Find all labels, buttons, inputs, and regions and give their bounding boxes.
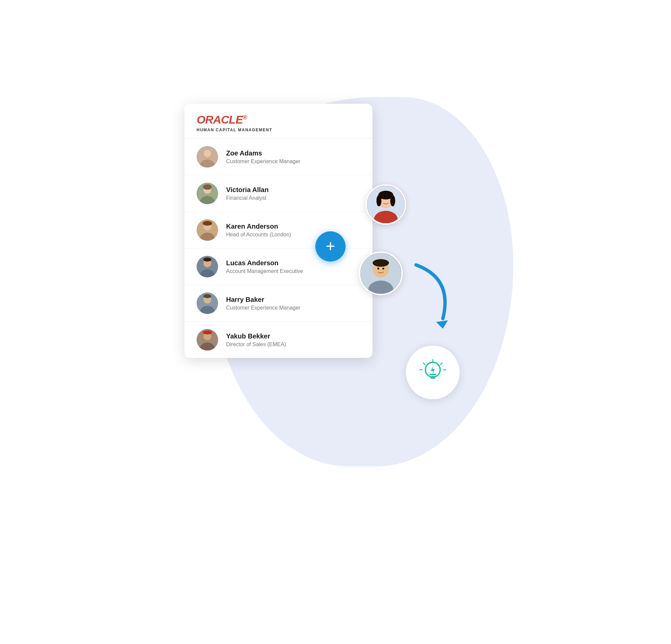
- employee-info: Victoria Allan Financial Analyst: [226, 186, 269, 201]
- svg-point-23: [203, 294, 211, 298]
- oracle-logo: ORACLE® HUMAN CAPITAL MANAGEMENT: [197, 113, 360, 132]
- avatar-yakub-svg: [197, 329, 218, 350]
- employee-title: Customer Experience Manager: [226, 305, 300, 311]
- curved-arrow-svg: [409, 258, 463, 332]
- svg-point-28: [203, 331, 212, 334]
- avatar: [197, 219, 218, 241]
- avatar-lucas-svg: [197, 256, 218, 277]
- lightbulb-svg: [416, 356, 450, 389]
- avatar-harry-svg: [197, 293, 218, 314]
- employee-name: Yakub Bekker: [226, 332, 286, 340]
- oracle-brand-text: ORACLE®: [197, 113, 360, 126]
- list-item[interactable]: Victoria Allan Financial Analyst: [185, 175, 372, 212]
- avatar-karen-svg: [197, 219, 218, 241]
- svg-point-13: [203, 221, 212, 226]
- avatar: [197, 329, 218, 350]
- employee-info: Lucas Anderson Account Management Execut…: [226, 259, 303, 274]
- employee-title: Financial Analyst: [226, 195, 269, 201]
- svg-line-47: [423, 363, 425, 364]
- employee-title: Account Management Executive: [226, 268, 303, 274]
- svg-rect-45: [430, 377, 435, 379]
- float-avatar-man-svg: [360, 251, 401, 295]
- svg-point-8: [203, 184, 212, 190]
- employee-title: Head of Accounts (London): [226, 232, 291, 238]
- employee-info: Harry Baker Customer Experience Manager: [226, 296, 300, 311]
- arrow-container: [409, 258, 463, 333]
- plus-icon: +: [326, 238, 335, 254]
- lightbulb-circle: [406, 346, 460, 399]
- float-avatar-woman: [366, 184, 406, 225]
- employee-name: Karen Anderson: [226, 223, 291, 230]
- card-header: ORACLE® HUMAN CAPITAL MANAGEMENT: [185, 104, 372, 139]
- svg-line-48: [441, 363, 442, 364]
- employee-name: Zoe Adams: [226, 149, 300, 157]
- employee-name: Harry Baker: [226, 296, 300, 304]
- oracle-subtitle: HUMAN CAPITAL MANAGEMENT: [197, 127, 360, 132]
- svg-point-34: [390, 195, 395, 207]
- employee-info: Yakub Bekker Director of Sales (EMEA): [226, 332, 286, 347]
- svg-point-18: [203, 258, 211, 262]
- svg-point-33: [377, 195, 381, 207]
- employee-info: Karen Anderson Head of Accounts (London): [226, 223, 291, 238]
- list-item[interactable]: Zoe Adams Customer Experience Manager: [185, 139, 372, 175]
- avatar: [197, 293, 218, 314]
- avatar: [197, 183, 218, 204]
- employee-info: Zoe Adams Customer Experience Manager: [226, 149, 300, 164]
- employee-title: Director of Sales (EMEA): [226, 342, 286, 347]
- avatar-victoria-svg: [197, 183, 218, 204]
- float-avatar-woman-svg: [367, 184, 405, 225]
- list-item[interactable]: Harry Baker Customer Experience Manager: [185, 285, 372, 322]
- float-avatar-man: [359, 251, 403, 295]
- svg-point-39: [377, 268, 379, 270]
- list-item[interactable]: Lucas Anderson Account Management Execut…: [185, 248, 372, 285]
- main-scene: ORACLE® HUMAN CAPITAL MANAGEMENT Zoe Ad: [151, 70, 520, 574]
- avatar-zoe-svg: [197, 146, 218, 168]
- employee-name: Lucas Anderson: [226, 259, 303, 267]
- list-item[interactable]: Yakub Bekker Director of Sales (EMEA): [185, 322, 372, 358]
- svg-point-40: [382, 268, 384, 270]
- employee-title: Customer Experience Manager: [226, 159, 300, 164]
- svg-marker-41: [436, 320, 448, 329]
- svg-point-3: [204, 150, 211, 157]
- add-button[interactable]: +: [315, 231, 345, 262]
- avatar: [197, 256, 218, 277]
- oracle-hcm-card: ORACLE® HUMAN CAPITAL MANAGEMENT Zoe Ad: [185, 104, 372, 358]
- avatar: [197, 146, 218, 168]
- employee-name: Victoria Allan: [226, 186, 269, 194]
- svg-point-38: [373, 259, 389, 267]
